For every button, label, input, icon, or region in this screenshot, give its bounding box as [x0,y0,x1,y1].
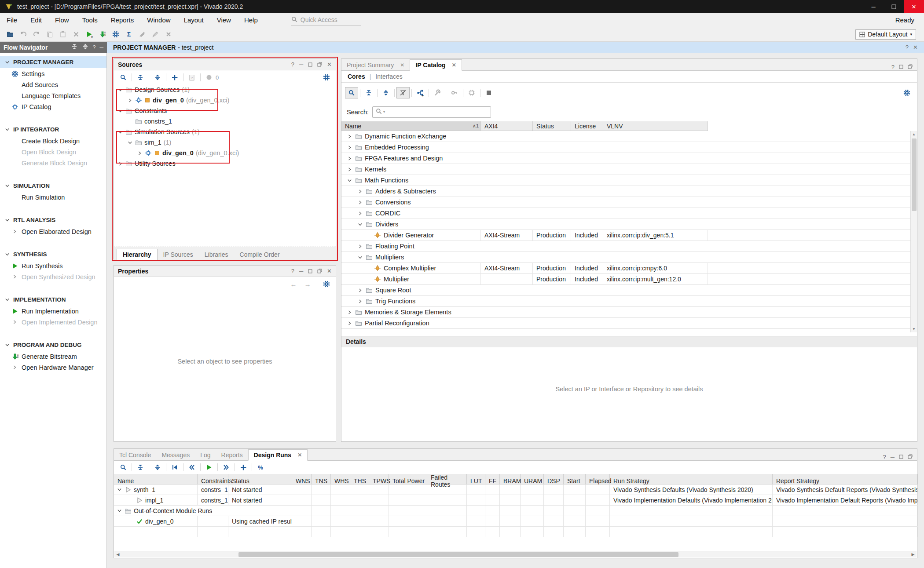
ipcatalog-row-kernels[interactable]: Kernels [341,164,917,175]
flownav-item-open-elaborated-design[interactable]: Open Elaborated Design [0,226,106,237]
runs-percent-button[interactable]: % [254,462,267,473]
sources-tree-row-constrs-1[interactable]: constrs_1 [114,116,336,127]
flownav-item-open-synthesized-design[interactable]: Open Synthesized Design [0,271,106,282]
toolbar-bitstream-button[interactable]: 0110 [96,29,109,40]
ipcatalog-search-button[interactable] [345,87,358,98]
toolbar-copy-button[interactable] [43,29,56,40]
sources-expand-all-button[interactable] [151,72,164,83]
help-icon[interactable]: ? [93,44,96,51]
sources-tree-row-sim-1[interactable]: sim_1 (1) [114,137,336,148]
help-button[interactable]: ? [291,268,294,274]
runs-add-button[interactable] [237,462,250,473]
sources-tab-ip-sources[interactable]: IP Sources [158,249,199,260]
subtab-cores[interactable]: Cores [348,73,365,80]
maximize-button[interactable] [308,269,312,273]
flownav-item-generate-bitstream[interactable]: 0110Generate Bitstream [0,351,106,362]
toolbar-delete-button[interactable] [70,29,83,40]
column-header-axi4[interactable]: AXI4 [481,121,533,131]
ipcatalog-chip-button[interactable] [465,87,478,98]
ipcatalog-row-dividers[interactable]: Dividers [341,219,917,230]
flownav-section-project-manager[interactable]: PROJECT MANAGER [0,56,106,68]
close-icon[interactable]: ✕ [297,452,302,458]
ipcatalog-row-adders-subtracters[interactable]: Adders & Subtracters [341,186,917,197]
flownav-item-language-templates[interactable]: Language Templates [0,90,106,101]
bottom-tab-reports[interactable]: Reports [216,450,248,460]
minimize-icon[interactable]: ─ [99,44,103,51]
sources-search-button[interactable] [117,72,130,83]
subtab-interfaces[interactable]: Interfaces [375,73,402,80]
toolbar-sum-button[interactable]: Σ [122,29,136,40]
sources-tab-libraries[interactable]: Libraries [199,249,234,260]
flownav-item-run-implementation[interactable]: Run Implementation [0,306,106,317]
flownav-section-implementation[interactable]: IMPLEMENTATION [0,294,106,306]
flownav-item-generate-block-design[interactable]: Generate Block Design [0,157,106,168]
runs-collapse-all-button[interactable] [134,462,147,473]
flownav-item-create-block-design[interactable]: Create Block Design [0,135,106,146]
close-icon[interactable]: ✕ [913,44,918,51]
runs-expand-all-button[interactable] [151,462,164,473]
ipcatalog-group-button[interactable]: ▾ [414,87,427,98]
expand-all-button[interactable] [82,43,89,51]
window-maximize-button[interactable] [884,0,904,13]
toolbar-edit-button[interactable] [149,29,162,40]
ipcatalog-row-square-root[interactable]: Square Root [341,285,917,296]
sources-collapse-all-button[interactable] [134,72,147,83]
runs-step-first-button[interactable] [168,462,181,473]
bottom-tab-messages[interactable]: Messages [156,450,195,460]
maximize-icon[interactable] [899,454,903,460]
close-icon[interactable]: ✕ [452,62,456,68]
ipcatalog-settings-button[interactable] [900,87,913,98]
flownav-item-add-sources[interactable]: Add Sources [0,79,106,90]
runs-row-impl-1[interactable]: impl_1 constrs_1Not started Vivado Imple… [114,495,917,506]
maximize-button[interactable] [308,62,312,67]
sources-tree-row-simulation-sources[interactable]: Simulation Sources (1) [114,127,336,137]
toolbar-open-folder-button[interactable] [4,29,17,40]
tab-ip-catalog[interactable]: IP Catalog✕ [410,59,462,71]
flownav-item-open-implemented-design[interactable]: Open Implemented Design [0,317,106,328]
menu-window[interactable]: Window [140,13,177,27]
toolbar-remove-button[interactable] [162,29,175,40]
column-header-license[interactable]: License [571,121,603,131]
toolbar-redo-button[interactable] [30,29,43,40]
collapse-all-button[interactable] [71,43,78,51]
ipcatalog-row-fpga-features-and-design[interactable]: FPGA Features and Design [341,153,917,164]
toolbar-paste-button[interactable] [56,29,70,40]
menu-layout[interactable]: Layout [177,13,210,27]
help-button[interactable]: ? [291,61,294,68]
flownav-item-settings[interactable]: Settings [0,68,106,79]
properties-forward-button[interactable]: → [301,278,314,290]
horizontal-scrollbar[interactable]: ◀ ▶ [114,551,917,557]
window-minimize-button[interactable]: ─ [863,0,884,13]
column-header-status[interactable]: Status [533,121,571,131]
runs-step-back-button[interactable] [185,462,198,473]
help-icon[interactable]: ? [883,454,886,460]
bottom-tab-tcl-console[interactable]: Tcl Console [114,450,156,460]
float-button[interactable] [317,62,322,67]
sources-add-button[interactable] [168,72,181,83]
ipcatalog-row-conversions[interactable]: Conversions [341,197,917,208]
flownav-item-run-synthesis[interactable]: Run Synthesis [0,260,106,271]
toolbar-run-button[interactable]: ▾ [83,29,96,40]
ipcatalog-row-multipliers[interactable]: Multipliers [341,252,917,263]
flownav-item-ip-catalog[interactable]: IP Catalog [0,101,106,112]
ipcatalog-row-floating-point[interactable]: Floating Point [341,241,917,252]
ipcatalog-row-embedded-processing[interactable]: Embedded Processing [341,142,917,153]
float-button[interactable] [317,269,322,273]
ipcatalog-stop-button[interactable] [482,87,495,98]
menu-help[interactable]: Help [238,13,264,27]
close-icon[interactable]: ✕ [400,62,404,68]
flownav-item-open-hardware-manager[interactable]: Open Hardware Manager [0,362,106,373]
sources-tab-hierarchy[interactable]: Hierarchy [117,249,158,260]
runs-step-forward-button[interactable] [220,462,233,473]
sources-tree-row-utility-sources[interactable]: Utility Sources [114,158,336,169]
ipcatalog-row-dynamic-function-exchange[interactable]: Dynamic Function eXchange [341,131,917,142]
sources-tree-row-design-sources[interactable]: Design Sources (1) [114,84,336,95]
bottom-tab-log[interactable]: Log [195,450,216,460]
flownav-item-run-simulation[interactable]: Run Simulation [0,192,106,203]
flownav-section-rtl-analysis[interactable]: RTL ANALYSIS [0,214,106,226]
ipcatalog-row-memories-storage-elements[interactable]: Memories & Storage Elements [341,307,917,318]
column-header-vlnv[interactable]: VLNV [603,121,708,131]
flownav-section-program-and-debug[interactable]: PROGRAM AND DEBUG [0,339,106,351]
runs-row-div-gen-0[interactable]: div_gen_0 Using cached IP results [114,516,917,527]
float-icon[interactable] [908,64,913,70]
